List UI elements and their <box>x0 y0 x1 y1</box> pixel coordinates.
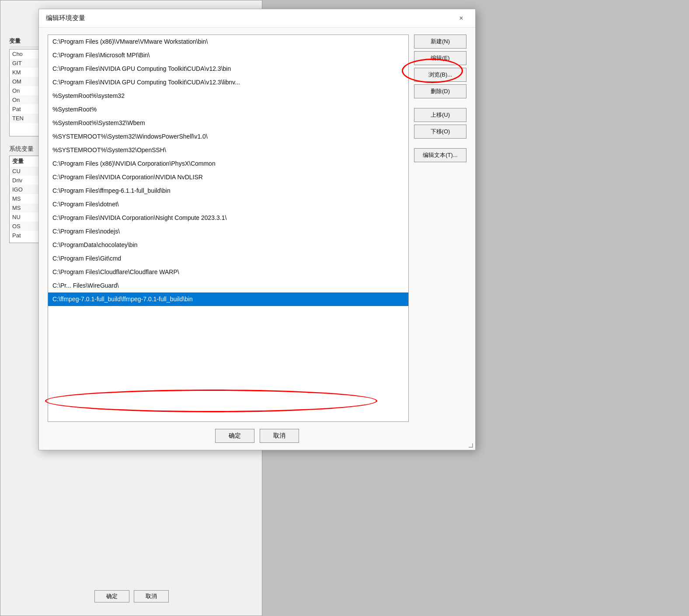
user-row-2-col1: GIT <box>12 60 36 66</box>
path-item[interactable]: C:\Program Files (x86)\NVIDIA Corporatio… <box>48 157 408 171</box>
path-item[interactable]: C:\Program Files\NVIDIA GPU Computing To… <box>48 62 408 76</box>
path-item[interactable]: %SystemRoot%\system32 <box>48 89 408 103</box>
path-item[interactable]: C:\ffmpeg-7.0.1-full_build\ffmpeg-7.0.1-… <box>48 292 408 306</box>
path-item[interactable]: C:\Program Files\nodejs\ <box>48 225 408 238</box>
path-item[interactable]: C:\Program Files\dotnet\ <box>48 198 408 211</box>
user-row-3-col1: KM <box>12 69 36 76</box>
dialog-cancel-button[interactable]: 取消 <box>260 429 299 443</box>
path-item[interactable]: %SYSTEMROOT%\System32\WindowsPowerShell\… <box>48 130 408 143</box>
user-row-5-col1: On <box>12 87 36 94</box>
sys-row-1: CU <box>12 168 36 174</box>
sys-row-5: MS <box>12 205 36 211</box>
dialog-body: C:\Program Files (x86)\VMware\VMware Wor… <box>39 28 475 450</box>
browse-button[interactable]: 浏览(B)... <box>414 68 466 82</box>
sys-row-8: Pat <box>12 232 36 239</box>
path-item[interactable]: %SYSTEMROOT%\System32\OpenSSH\ <box>48 143 408 157</box>
user-row-7-col1: Pat <box>12 106 36 112</box>
sys-row-3: IGO <box>12 186 36 193</box>
move-up-button[interactable]: 上移(U) <box>414 108 466 122</box>
content-area: C:\Program Files (x86)\VMware\VMware Wor… <box>48 35 466 422</box>
path-item[interactable]: C:\Program Files\Microsoft MPI\Bin\ <box>48 49 408 62</box>
edit-text-button[interactable]: 编辑文本(T)... <box>414 148 466 162</box>
bg-cancel-button[interactable]: 取消 <box>134 590 169 602</box>
delete-button[interactable]: 删除(D) <box>414 84 466 98</box>
edit-env-dialog: 编辑环境变量 × C:\Program Files (x86)\VMware\V… <box>38 9 476 450</box>
path-item[interactable]: C:\Program Files (x86)\VMware\VMware Wor… <box>48 35 408 49</box>
sys-row-6: NU <box>12 214 36 220</box>
sys-row-7: OS <box>12 223 36 230</box>
path-item[interactable]: C:\Program Files\NVIDIA Corporation\Nsig… <box>48 211 408 225</box>
dialog-footer: 确定 取消 <box>48 422 466 443</box>
path-item[interactable]: %SystemRoot%\System32\Wbem <box>48 116 408 130</box>
resize-handle[interactable] <box>468 443 473 448</box>
path-item[interactable]: C:\Program Files\NVIDIA GPU Computing To… <box>48 76 408 89</box>
path-item[interactable]: C:\Program Files\ffmpeg-6.1.1-full_build… <box>48 184 408 198</box>
user-row-4-col1: OM <box>12 78 36 85</box>
user-vars-col-header: 变量 <box>9 37 21 45</box>
buttons-panel: 新建(N) 编辑(E) 浏览(B)... 删除(D) 上移(U) 下移(O) 编… <box>414 35 466 422</box>
path-list[interactable]: C:\Program Files (x86)\VMware\VMware Wor… <box>48 35 409 422</box>
sys-row-2: Driv <box>12 177 36 184</box>
sys-row-header: 变量 <box>12 157 36 165</box>
user-row-6-col1: On <box>12 97 36 103</box>
path-item[interactable]: C:\Program Files\Cloudflare\Cloudflare W… <box>48 265 408 279</box>
dialog-confirm-button[interactable]: 确定 <box>215 429 254 443</box>
path-item[interactable]: C:\Program Files\Git\cmd <box>48 252 408 265</box>
sys-row-4: MS <box>12 195 36 202</box>
dialog-titlebar: 编辑环境变量 × <box>39 9 475 28</box>
path-item[interactable]: C:\Pr... Files\WireGuard\ <box>48 279 408 292</box>
close-button[interactable]: × <box>454 11 468 25</box>
path-item[interactable]: C:\Program Files\NVIDIA Corporation\NVID… <box>48 171 408 184</box>
path-item[interactable]: %SystemRoot% <box>48 103 408 116</box>
user-row-1-col1: Cho <box>12 51 36 57</box>
bg-confirm-button[interactable]: 确定 <box>94 590 129 602</box>
move-down-button[interactable]: 下移(O) <box>414 125 466 139</box>
user-row-8-col1: TEN <box>12 115 36 122</box>
path-item[interactable]: C:\ProgramData\chocolatey\bin <box>48 238 408 252</box>
edit-button[interactable]: 编辑(E) <box>414 51 466 65</box>
dialog-title: 编辑环境变量 <box>46 14 85 22</box>
new-button[interactable]: 新建(N) <box>414 35 466 49</box>
